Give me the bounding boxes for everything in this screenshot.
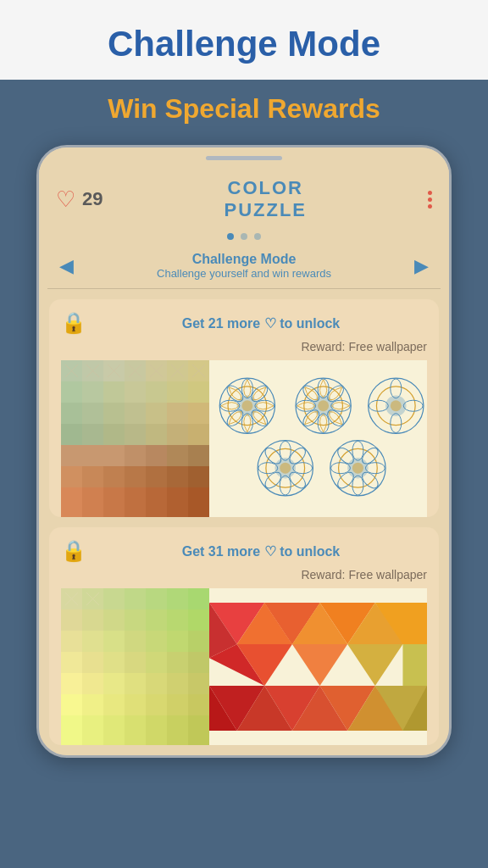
svg-rect-42 (61, 487, 82, 517)
top-bar: Challenge Mode (0, 0, 488, 80)
svg-rect-13 (188, 381, 209, 403)
svg-rect-144 (125, 652, 146, 673)
subtitle-text: Win Special Rewards (108, 93, 380, 124)
prev-arrow[interactable]: ◀ (59, 255, 74, 277)
nav-row: ◀ Challenge Mode Challenge yourself and … (39, 243, 449, 288)
svg-rect-31 (125, 445, 146, 466)
lock-icon-2: 🔒 (61, 539, 86, 563)
svg-rect-122 (103, 588, 125, 609)
svg-rect-33 (167, 445, 188, 466)
svg-rect-159 (146, 694, 167, 715)
dot-indicator-1[interactable] (227, 233, 234, 240)
phone-notch (39, 147, 449, 165)
svg-rect-18 (146, 403, 167, 424)
svg-rect-163 (82, 715, 103, 745)
nav-mode-title: Challenge Mode (157, 252, 331, 267)
svg-rect-126 (188, 588, 209, 609)
svg-rect-160 (167, 694, 188, 715)
svg-rect-123 (125, 588, 146, 609)
svg-rect-34 (188, 445, 209, 466)
app-title-group: COLOR PUZZLE (224, 177, 307, 221)
svg-rect-37 (103, 466, 125, 487)
puzzle-grid-1 (61, 360, 209, 517)
dot-indicator-2[interactable] (241, 233, 247, 240)
svg-point-79 (318, 400, 329, 411)
svg-rect-136 (103, 631, 125, 652)
svg-rect-145 (146, 652, 167, 673)
svg-rect-166 (146, 715, 167, 745)
svg-rect-152 (146, 673, 167, 694)
svg-rect-164 (103, 715, 125, 745)
svg-rect-27 (188, 424, 209, 445)
svg-rect-17 (125, 403, 146, 424)
reward-label-2: Reward: Free wallpaper (61, 568, 427, 588)
svg-rect-153 (167, 673, 188, 694)
svg-rect-29 (82, 445, 103, 466)
svg-rect-25 (146, 424, 167, 445)
svg-rect-133 (188, 609, 209, 631)
svg-rect-127 (61, 609, 82, 631)
svg-rect-41 (188, 466, 209, 487)
svg-rect-44 (103, 487, 125, 517)
reward-top-1: 🔒 Get 21 more ♡ to unlock (61, 311, 427, 335)
svg-rect-15 (82, 403, 103, 424)
heart-count: 29 (82, 188, 103, 210)
svg-point-111 (352, 463, 363, 474)
svg-rect-21 (61, 424, 82, 445)
svg-rect-141 (61, 652, 82, 673)
svg-rect-45 (125, 487, 146, 517)
svg-rect-22 (82, 424, 103, 445)
svg-rect-9 (103, 381, 125, 403)
svg-rect-132 (167, 609, 188, 631)
svg-rect-147 (188, 652, 209, 673)
phone-container: ♡ 29 COLOR PUZZLE (28, 136, 460, 868)
unlock-text-1: Get 21 more ♡ to unlock (95, 315, 427, 331)
svg-rect-8 (82, 381, 103, 403)
svg-rect-154 (188, 673, 209, 694)
svg-rect-28 (61, 445, 82, 466)
lock-icon-1: 🔒 (61, 311, 86, 335)
svg-rect-16 (103, 403, 125, 424)
more-menu-icon[interactable] (428, 191, 432, 209)
page-title: Challenge Mode (108, 24, 380, 64)
svg-point-99 (280, 463, 291, 474)
svg-rect-19 (167, 403, 188, 424)
puzzle-grid-2 (61, 588, 209, 745)
svg-rect-35 (61, 466, 82, 487)
svg-rect-161 (188, 694, 209, 715)
svg-rect-43 (82, 487, 103, 517)
next-arrow[interactable]: ▶ (414, 255, 429, 277)
svg-rect-14 (61, 403, 82, 424)
dots-indicator (39, 228, 449, 243)
svg-rect-135 (82, 631, 103, 652)
svg-rect-10 (125, 381, 146, 403)
svg-rect-157 (103, 694, 125, 715)
app-inner: ♡ 29 COLOR PUZZLE (39, 165, 449, 755)
svg-rect-142 (82, 652, 103, 673)
svg-rect-148 (61, 673, 82, 694)
svg-rect-124 (146, 588, 167, 609)
svg-marker-186 (402, 644, 427, 686)
svg-rect-162 (61, 715, 82, 745)
svg-rect-139 (167, 631, 188, 652)
wallpaper-preview-1 (209, 360, 427, 517)
svg-rect-30 (103, 445, 125, 466)
wallpaper-preview-2 (209, 588, 427, 745)
svg-rect-40 (167, 466, 188, 487)
reward-top-2: 🔒 Get 31 more ♡ to unlock (61, 539, 427, 563)
unlock-text-2: Get 31 more ♡ to unlock (95, 543, 427, 559)
dot3 (428, 204, 432, 209)
svg-rect-36 (82, 466, 103, 487)
dot-indicator-3[interactable] (254, 233, 261, 240)
reward-images-1 (61, 360, 427, 517)
heart-outline-icon-1: ♡ (264, 316, 280, 331)
app-header: ♡ 29 COLOR PUZZLE (39, 165, 449, 228)
svg-rect-155 (61, 694, 82, 715)
heart-area: ♡ 29 (56, 186, 103, 213)
dot1 (428, 191, 432, 195)
svg-rect-48 (188, 487, 209, 517)
divider-1 (47, 288, 441, 289)
svg-rect-146 (167, 652, 188, 673)
dot2 (428, 198, 432, 202)
svg-rect-26 (167, 424, 188, 445)
